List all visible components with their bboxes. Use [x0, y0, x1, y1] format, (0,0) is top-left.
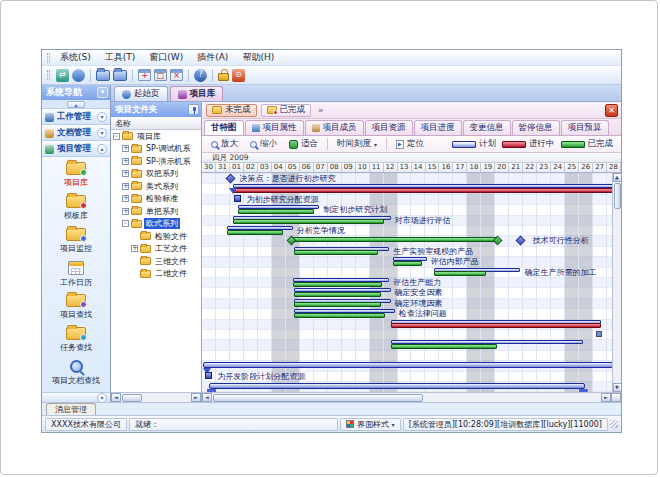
day-cell-30[interactable]: 30 [202, 163, 216, 172]
gantt-tab-7[interactable]: 项目预算 [561, 120, 609, 135]
globe-icon[interactable] [72, 69, 85, 82]
day-cell-06[interactable]: 06 [300, 163, 314, 172]
tree-expander-icon[interactable]: - [113, 133, 120, 140]
day-cell-02[interactable]: 02 [244, 163, 258, 172]
tree-scroll-thumb[interactable] [122, 394, 142, 402]
lock-icon[interactable] [218, 73, 229, 81]
tree-expander-icon[interactable]: + [122, 158, 129, 165]
tree-node-7[interactable]: -欧式系列 [111, 218, 201, 231]
day-cell-21[interactable]: 21 [509, 163, 523, 172]
tree-node-2[interactable]: +SP-演示机系 [111, 155, 201, 168]
exit-icon[interactable]: ⊙ [232, 69, 245, 82]
tree-node-1[interactable]: +SP-调试机系 [111, 143, 201, 156]
tree-expander-icon[interactable]: + [122, 208, 129, 215]
day-cell-09[interactable]: 09 [342, 163, 356, 172]
gantt-scroll-left-icon[interactable]: ◄ [202, 393, 212, 402]
tree-expander-icon[interactable]: + [131, 245, 138, 252]
day-cell-07[interactable]: 07 [314, 163, 328, 172]
sidebar-item-6[interactable]: 项目文档查找 [42, 358, 110, 391]
menu-item-2[interactable]: 窗口(W) [142, 50, 190, 65]
gantt-tab-0[interactable]: 甘特图 [204, 120, 244, 135]
day-cell-17[interactable]: 17 [453, 163, 467, 172]
summary-active-bar[interactable] [391, 323, 602, 328]
day-cell-15[interactable]: 15 [426, 163, 440, 172]
gantt-hscroll-thumb[interactable] [213, 394, 423, 402]
folder-open-icon[interactable] [96, 70, 110, 81]
locate-button[interactable]: 定位 [391, 138, 429, 151]
task-progress-bar[interactable] [294, 292, 381, 297]
day-cell-14[interactable]: 14 [412, 163, 426, 172]
task-progress-bar[interactable] [294, 250, 378, 255]
sidebar-item-4[interactable]: 项目查找 [42, 292, 110, 325]
task-progress-bar[interactable] [233, 219, 385, 224]
filter-unfinished-button[interactable]: 未完成 [206, 104, 257, 117]
gantt-vscroll-thumb[interactable] [614, 183, 621, 209]
task-progress-bar[interactable] [294, 302, 381, 307]
tree-node-11[interactable]: +二维文件 [111, 268, 201, 281]
folder-switch-icon[interactable] [113, 70, 127, 81]
pin-icon[interactable] [188, 104, 199, 115]
tab-message-management[interactable]: 消息管理 [46, 403, 96, 415]
sidebar-item-2[interactable]: 项目监控 [42, 226, 110, 259]
gantt-tab-5[interactable]: 变更信息 [463, 120, 511, 135]
tree-expander-icon[interactable]: + [122, 145, 129, 152]
task-progress-bar[interactable] [294, 313, 385, 318]
sidebar-item-0[interactable]: 项目库 [42, 160, 110, 193]
menu-item-0[interactable]: 系统(S) [53, 50, 98, 65]
day-cell-16[interactable]: 16 [439, 163, 453, 172]
tree-node-4[interactable]: +美式系列 [111, 180, 201, 193]
day-cell-20[interactable]: 20 [495, 163, 509, 172]
sidebar-item-5[interactable]: 任务查找 [42, 325, 110, 358]
gantt-scroll-up-icon[interactable]: ▲ [613, 173, 622, 182]
sidebar-panel-toggle-icon[interactable]: ▴ [97, 144, 107, 154]
tree-expander-icon[interactable]: + [122, 195, 129, 202]
zoom-in-button[interactable]: 放大 [206, 138, 243, 151]
tree-scroll-left-icon[interactable]: ◄ [111, 393, 121, 402]
window-cascade-icon[interactable]: □ [154, 69, 167, 81]
tree-expander-icon[interactable]: + [122, 170, 129, 177]
sidebar-item-3[interactable]: 工作日历 [42, 259, 110, 292]
day-cell-24[interactable]: 24 [551, 163, 565, 172]
gantt-scroll-corner[interactable] [611, 393, 621, 402]
summary-active-bar[interactable] [233, 188, 617, 193]
day-cell-22[interactable]: 22 [523, 163, 537, 172]
tree-expander-icon[interactable]: + [122, 183, 129, 190]
sidebar-item-1[interactable]: 模板库 [42, 193, 110, 226]
tree-node-9[interactable]: +工艺文件 [111, 243, 201, 256]
sidebar-panel-toggle-icon[interactable]: ▾ [97, 128, 107, 138]
window-close-icon[interactable]: × [170, 69, 183, 81]
task-progress-bar[interactable] [391, 344, 497, 349]
sidebar-bottom-panel[interactable]: ▾ [42, 392, 110, 402]
day-cell-05[interactable]: 05 [286, 163, 300, 172]
tree-column-header[interactable]: 名称 [111, 117, 201, 130]
fit-button[interactable]: 适合 [284, 138, 323, 151]
task-progress-bar[interactable] [293, 282, 383, 287]
menu-item-3[interactable]: 插件(A) [190, 50, 235, 65]
gantt-scroll-right-icon[interactable]: ► [601, 393, 611, 402]
day-cell-12[interactable]: 12 [384, 163, 398, 172]
tree-node-6[interactable]: +单把系列 [111, 205, 201, 218]
day-cell-11[interactable]: 11 [370, 163, 384, 172]
task-start-marker[interactable] [205, 372, 212, 379]
day-cell-28[interactable]: 28 [607, 163, 621, 172]
gantt-tab-3[interactable]: 项目资源 [365, 120, 413, 135]
day-cell-26[interactable]: 26 [579, 163, 593, 172]
sidebar-panel-toggle-icon[interactable]: ▾ [97, 112, 107, 122]
toolbar-grip[interactable] [47, 70, 50, 80]
sidebar-menu-button[interactable]: ▾ [97, 87, 108, 98]
style-selector[interactable]: 界面样式 ▾ [340, 418, 401, 431]
gantt-tab-4[interactable]: 项目进度 [414, 120, 462, 135]
task-start-marker[interactable] [234, 195, 241, 202]
day-cell-19[interactable]: 19 [481, 163, 495, 172]
tree-node-3[interactable]: +双把系列 [111, 168, 201, 181]
close-icon[interactable]: ✕ [605, 104, 618, 117]
doc-tab-project-library[interactable]: 项目库 [170, 86, 224, 101]
resize-grip[interactable] [610, 420, 618, 428]
filter-overflow-icon[interactable]: » [315, 105, 327, 115]
task-progress-bar[interactable] [238, 209, 313, 214]
day-cell-23[interactable]: 23 [537, 163, 551, 172]
task-progress-bar[interactable] [227, 230, 283, 235]
day-cell-25[interactable]: 25 [565, 163, 579, 172]
tree-expander-icon[interactable]: - [122, 220, 129, 227]
gantt-tab-6[interactable]: 暂停信息 [512, 120, 560, 135]
